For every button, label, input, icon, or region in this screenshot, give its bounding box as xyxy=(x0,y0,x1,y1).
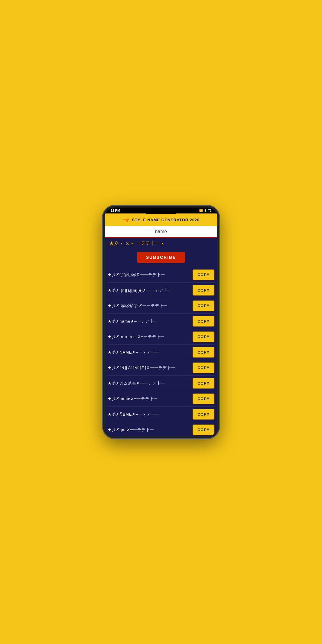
name-row: ★彡✗name✗━一テデ┣━COPY xyxy=(108,314,214,329)
name-row: ★彡✗⌈N⌉⌈A⌉⌈M⌉⌈E⌉✗━一テデ┣━COPY xyxy=(108,360,214,376)
subscribe-area: SUBSCRIBE xyxy=(105,249,217,266)
search-bar[interactable]: name xyxy=(105,226,217,238)
dropdown-arrow-3: ▼ xyxy=(161,242,164,245)
copy-button-1[interactable]: COPY xyxy=(193,270,214,280)
toolbar-item-swords[interactable]: ⚔ ▼ xyxy=(125,241,134,246)
name-row: ★彡✗ ⓃⒶⓂⒺ ✗━一テデ┣━COPY xyxy=(108,298,214,314)
styled-name-9: ★彡✗name✗━一テデ┣━ xyxy=(108,396,193,402)
toolbar: ★彡 ▼ ⚔ ▼ ━テデ┣━ ▼ xyxy=(105,238,217,249)
styled-name-5: ★彡✗ n a m e ✗━一テデ┣━ xyxy=(108,334,193,340)
gun-deco-icon: ━テデ┣━ xyxy=(136,240,160,247)
star-彡-icon: ★彡 xyxy=(109,240,119,247)
toolbar-item-gun[interactable]: ━テデ┣━ ▼ xyxy=(136,240,164,247)
name-row: ★彡✗ⓝⓐⓜⓔ✗━一テデ┣━COPY xyxy=(108,267,214,283)
styled-name-2: ★彡✗ [n][a][m][e]✗━一テデ┣━ xyxy=(108,288,193,293)
header-gun-icon: 🔫 xyxy=(123,216,129,223)
battery-percent: 72 xyxy=(208,209,211,212)
styled-name-7: ★彡✗⌈N⌉⌈A⌉⌈M⌉⌈E⌉✗━一テデ┣━ xyxy=(108,365,193,371)
name-row: ★彡✗刀ム爪モ✗━一テデ┣━COPY xyxy=(108,376,214,391)
toolbar-item-star[interactable]: ★彡 ▼ xyxy=(109,240,123,247)
copy-button-10[interactable]: COPY xyxy=(193,409,214,419)
notch xyxy=(143,208,179,214)
copy-button-4[interactable]: COPY xyxy=(193,316,214,326)
styled-name-1: ★彡✗ⓝⓐⓜⓔ✗━一テデ┣━ xyxy=(108,272,193,278)
name-row: ★彡✗NAME✗━一テデ┣━COPY xyxy=(108,345,214,360)
styled-name-6: ★彡✗NAME✗━一テデ┣━ xyxy=(108,350,193,355)
copy-button-11[interactable]: COPY xyxy=(193,425,214,435)
swords-icon: ⚔ xyxy=(125,241,129,246)
dropdown-arrow-1: ▼ xyxy=(120,242,123,245)
phone-frame: 11 PM 📶 🔋 72 🔫 STYLE NAME GENERATOR 2020… xyxy=(103,206,219,438)
styled-name-11: ★彡✗ηαε✗━一テデ┣━ xyxy=(108,427,193,433)
signal-icon: 📶 xyxy=(199,209,203,212)
name-row: ★彡✗name✗━一テデ┣━COPY xyxy=(108,391,214,407)
app-header: 🔫 STYLE NAME GENERATOR 2020 xyxy=(105,213,217,226)
status-icons: 📶 🔋 72 xyxy=(199,209,211,212)
battery-icon: 🔋 xyxy=(204,209,207,212)
styled-name-3: ★彡✗ ⓃⒶⓂⒺ ✗━一テデ┣━ xyxy=(108,303,193,309)
name-row: ★彡✗ [n][a][m][e]✗━一テデ┣━COPY xyxy=(108,283,214,298)
name-row: ★彡✗ÑΔMΕ✗━一テデ┣━COPY xyxy=(108,407,214,422)
copy-button-8[interactable]: COPY xyxy=(193,378,214,388)
copy-button-7[interactable]: COPY xyxy=(193,363,214,373)
copy-button-2[interactable]: COPY xyxy=(193,285,214,295)
status-time: 11 PM xyxy=(111,209,120,212)
subscribe-button[interactable]: SUBSCRIBE xyxy=(137,252,185,263)
name-row: ★彡✗ n a m e ✗━一テデ┣━COPY xyxy=(108,329,214,345)
styled-name-8: ★彡✗刀ム爪モ✗━一テデ┣━ xyxy=(108,381,193,386)
styled-name-10: ★彡✗ÑΔMΕ✗━一テデ┣━ xyxy=(108,412,193,417)
name-row: ★彡✗ηαε✗━一テデ┣━COPY xyxy=(108,422,214,438)
search-value: name xyxy=(155,229,167,234)
copy-button-5[interactable]: COPY xyxy=(193,332,214,342)
copy-button-6[interactable]: COPY xyxy=(193,347,214,357)
copy-button-9[interactable]: COPY xyxy=(193,394,214,404)
header-title: STYLE NAME GENERATOR 2020 xyxy=(132,218,200,222)
names-list: ★彡✗ⓝⓐⓜⓔ✗━一テデ┣━COPY★彡✗ [n][a][m][e]✗━一テデ┣… xyxy=(105,266,217,438)
dropdown-arrow-2: ▼ xyxy=(131,242,134,245)
copy-button-3[interactable]: COPY xyxy=(193,301,214,311)
styled-name-4: ★彡✗name✗━一テデ┣━ xyxy=(108,319,193,324)
